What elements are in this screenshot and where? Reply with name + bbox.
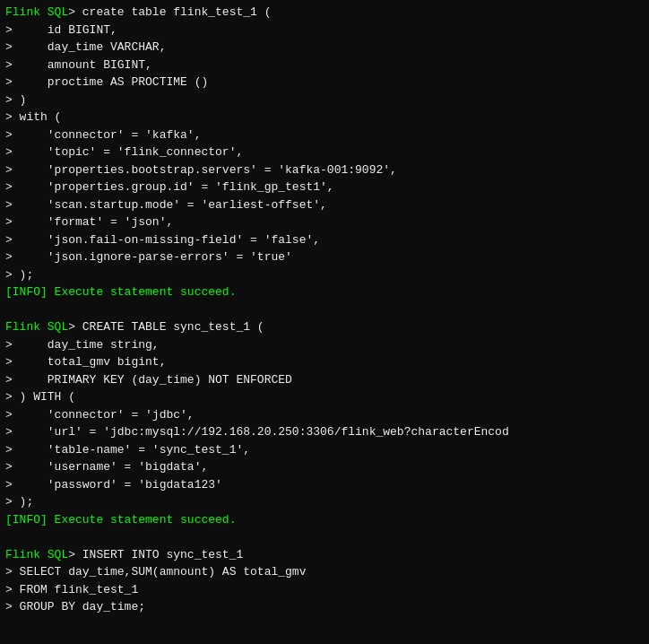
terminal-line-26: > 'table-name' = 'sync_test_1', [5,441,644,459]
terminal-line-blank-2 [5,528,644,546]
terminal-line-22: > PRIMARY KEY (day_time) NOT ENFORCED [5,371,644,389]
terminal-line-15: > 'json.ignore-parse-errors' = 'true' [5,248,644,266]
terminal-line-21: > total_gmv bigint, [5,353,644,371]
terminal-line-11: > 'properties.group.id' = 'flink_gp_test… [5,178,644,196]
terminal-line-28: > 'password' = 'bigdata123' [5,476,644,494]
flink-prompt: Flink SQL [5,5,68,19]
terminal-line-23: > ) WITH ( [5,388,644,406]
terminal-line-33: > SELECT day_time,SUM(amnount) AS total_… [5,563,644,581]
terminal-line-24: > 'connector' = 'jdbc', [5,406,644,424]
flink-prompt-2: Flink SQL [5,320,68,334]
terminal-line-8: > 'connector' = 'kafka', [5,126,644,144]
terminal-line-1: Flink SQL> create table flink_test_1 ( [5,4,644,22]
terminal-line-7: > with ( [5,109,644,126]
terminal-line-20: > day_time string, [5,336,644,354]
terminal-line-12: > 'scan.startup.mode' = 'earliest-offset… [5,196,644,214]
terminal-line-2: > id BIGINT, [5,22,644,39]
terminal-line-info-1: [INFO] Execute statement succeed. [5,283,644,301]
terminal-line-34: > FROM flink_test_1 [5,581,644,599]
terminal-line-35: > GROUP BY day_time; [5,598,644,616]
terminal-line-29: > ); [5,493,644,511]
flink-prompt-3: Flink SQL [5,548,68,561]
terminal-line-16: > ); [5,266,644,284]
terminal-line-27: > 'username' = 'bigdata', [5,458,644,476]
terminal-line-info-2: [INFO] Execute statement succeed. [5,511,644,529]
terminal-line-9: > 'topic' = 'flink_connector', [5,144,644,161]
terminal-line-19: Flink SQL> CREATE TABLE sync_test_1 ( [5,318,644,336]
terminal-line-10: > 'properties.bootstrap.servers' = 'kafk… [5,161,644,179]
terminal-line-3: > day_time VARCHAR, [5,39,644,57]
terminal-window: Flink SQL> create table flink_test_1 ( >… [0,0,649,644]
terminal-line-5: > proctime AS PROCTIME () [5,74,644,91]
terminal-line-6: > ) [5,91,644,109]
terminal-line-25: > 'url' = 'jdbc:mysql://192.168.20.250:3… [5,423,644,441]
terminal-line-blank-1 [5,301,644,319]
terminal-line-32: Flink SQL> INSERT INTO sync_test_1 [5,546,644,564]
terminal-line-14: > 'json.fail-on-missing-field' = 'false'… [5,231,644,249]
terminal-line-4: > amnount BIGINT, [5,57,644,74]
terminal-line-13: > 'format' = 'json', [5,213,644,231]
